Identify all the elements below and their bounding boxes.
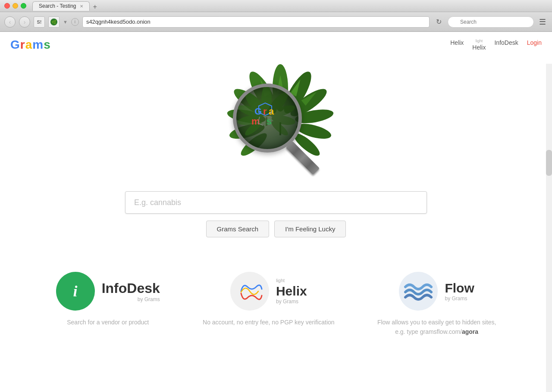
hero-section: G r a m s	[0, 58, 552, 255]
flow-icon-row: Flow by Grams	[399, 272, 474, 311]
maximize-button[interactable]	[21, 3, 26, 9]
svg-text:a: a	[269, 106, 274, 117]
tab-title: Search - Testing	[39, 3, 76, 9]
flow-desc: Flow allows you to easily get to hidden …	[377, 317, 496, 337]
lucky-button[interactable]: I'm Feeling Lucky	[274, 221, 346, 237]
forward-button[interactable]: ›	[19, 16, 30, 28]
logo-letter-r: r	[20, 38, 25, 51]
nav-login-link[interactable]: Login	[527, 39, 542, 46]
window-controls	[4, 3, 26, 9]
site-logo[interactable]: Grams	[10, 38, 51, 52]
flow-by-grams: by Grams	[445, 296, 467, 302]
svg-text:🌿: 🌿	[51, 19, 57, 25]
logo-letter-s: s	[44, 38, 51, 51]
menu-button[interactable]: ☰	[537, 16, 548, 28]
nav-helix-light-wrapper: light Helix	[472, 39, 486, 51]
browser-search-input[interactable]	[448, 16, 534, 28]
svg-text:G: G	[254, 106, 262, 117]
flow-label-wrapper: Flow by Grams	[445, 281, 474, 302]
logo-letter-m: m	[32, 38, 44, 51]
flow-agora-link[interactable]: agora	[462, 328, 478, 335]
flow-product: Flow by Grams Flow allows you to easily …	[377, 272, 496, 337]
scrollbar-thumb[interactable]	[546, 150, 552, 176]
close-button[interactable]	[4, 3, 10, 9]
url-bar[interactable]	[82, 16, 430, 28]
flow-icon-svg	[403, 278, 433, 304]
infodesk-icon: i	[56, 272, 95, 311]
main-search-input[interactable]	[125, 191, 427, 214]
nav-helix-light-superscript: light	[476, 39, 483, 43]
hero-logo-image: G r a m s	[207, 66, 345, 183]
tab-area: Search - Testing ✕ +	[32, 1, 548, 11]
infodesk-icon-row: i InfoDesk by Grams	[56, 272, 160, 311]
active-tab[interactable]: Search - Testing ✕	[32, 1, 90, 11]
infodesk-by-grams: by Grams	[102, 296, 160, 302]
flow-name: Flow	[445, 281, 474, 296]
helix-light-label: light	[276, 278, 285, 283]
scrollbar[interactable]	[546, 64, 552, 392]
infodesk-icon-letter: i	[73, 282, 78, 300]
helix-product: light Helix by Grams No account, no entr…	[203, 272, 335, 327]
tab-close-icon[interactable]: ✕	[80, 4, 83, 9]
svg-text:r: r	[263, 106, 267, 117]
new-tab-button[interactable]: +	[91, 3, 99, 11]
grams-search-button[interactable]: Grams Search	[206, 221, 270, 237]
infodesk-desc: Search for a vendor or product	[67, 317, 149, 327]
logo-letter-a: a	[25, 38, 33, 51]
flow-icon-bg	[399, 272, 438, 311]
helix-label-wrapper: light Helix by Grams	[276, 278, 307, 305]
nav-infodesk-link[interactable]: InfoDesk	[494, 39, 518, 46]
extension-leaf-icon[interactable]: 🌿	[48, 16, 60, 28]
page-content: Grams Helix light Helix InfoDesk Login	[0, 32, 552, 392]
title-bar: Search - Testing ✕ +	[0, 0, 552, 12]
mag-inner-text: G r a m s	[242, 100, 293, 137]
logo-letter-G: G	[10, 38, 20, 51]
helix-icon-row: light Helix by Grams	[230, 272, 307, 311]
nav-helix-link[interactable]: Helix	[450, 39, 464, 46]
helix-desc: No account, no entry fee, no PGP key ver…	[203, 317, 335, 327]
infodesk-name-part2: Desk	[127, 280, 160, 296]
back-button[interactable]: ‹	[4, 16, 16, 28]
info-button[interactable]: i	[71, 18, 79, 26]
reload-button[interactable]: ↻	[433, 16, 444, 28]
extension-arrow: ▼	[63, 19, 68, 25]
svg-text:s: s	[267, 116, 272, 127]
nav-helix-light-link[interactable]: Helix	[472, 44, 486, 51]
browser-chrome: ‹ › S! 🌿 ▼ i ↻ 🔍 ☰	[0, 12, 552, 32]
search-buttons: Grams Search I'm Feeling Lucky	[206, 221, 346, 237]
helix-by-grams: by Grams	[276, 299, 298, 305]
magnifying-glass: G r a m s	[233, 84, 319, 170]
helix-name: Helix	[276, 284, 307, 299]
infodesk-label: InfoDesk	[102, 280, 160, 296]
infodesk-product: i InfoDesk by Grams Search for a vendor …	[56, 272, 160, 327]
main-search-area: Grams Search I'm Feeling Lucky	[125, 191, 427, 237]
bottom-products-section: i InfoDesk by Grams Search for a vendor …	[0, 255, 552, 363]
extension-s-icon[interactable]: S!	[34, 16, 45, 28]
helix-icon-svg	[237, 278, 263, 304]
helix-icon-bg	[230, 272, 269, 311]
minimize-button[interactable]	[13, 3, 18, 9]
nav-links: Helix light Helix InfoDesk Login	[450, 39, 542, 51]
browser-search-wrapper: 🔍	[448, 16, 534, 28]
infodesk-label-wrapper: InfoDesk by Grams	[102, 280, 160, 302]
page-header: Grams Helix light Helix InfoDesk Login	[0, 32, 552, 58]
infodesk-name-part1: Info	[102, 280, 127, 296]
